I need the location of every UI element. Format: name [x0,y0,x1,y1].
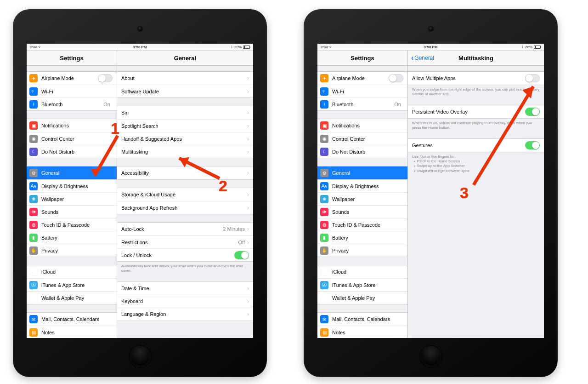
toggle-switch[interactable] [525,108,540,116]
sidebar-item-label: Bluetooth [332,102,394,107]
sidebar-item-label: Notes [41,330,113,335]
multitask-row-gestures[interactable]: Gestures [408,139,544,152]
settings-sidebar[interactable]: ✈Airplane ModeᯤWi-FiᚼBluetoothOn▣Notific… [317,66,408,338]
sidebar-item-bluetooth[interactable]: ᚼBluetoothOn [27,97,117,110]
sidebar-item-bluetooth[interactable]: ᚼBluetoothOn [317,97,407,110]
app-icon: ✋ [320,246,328,255]
chevron-right-icon: › [247,75,249,81]
sidebar-item-wallpaper[interactable]: ❀Wallpaper [27,192,117,205]
sidebar-item-mail-contacts-calendars[interactable]: ✉Mail, Contacts, Calendars [317,313,407,326]
sidebar-item-sounds[interactable]: 🕪Sounds [27,205,117,218]
footer-text: Use four or five fingers to:Pinch to the… [408,152,544,174]
sidebar-item-control-center[interactable]: ◉Control Center [27,132,117,145]
chevron-right-icon: › [247,205,249,211]
sidebar-item-display-brightness[interactable]: AᴀDisplay & Brightness [317,179,407,192]
general-row-keyboard[interactable]: Keyboard› [117,295,253,308]
sidebar-item-privacy[interactable]: ✋Privacy [317,244,407,257]
sidebar-item-sounds[interactable]: 🕪Sounds [317,205,407,218]
general-row-multitasking[interactable]: Multitasking› [117,145,253,158]
toggle-switch[interactable] [525,141,540,149]
general-row-language-region[interactable]: Language & Region› [117,308,253,321]
ipad-device-right: iPad ᯤ 3:58 PM ᚼ 20% Settings ‹ General … [304,9,558,377]
sidebar-item-airplane-mode[interactable]: ✈Airplane Mode [317,72,407,85]
general-row-software-update[interactable]: Software Update› [117,85,253,97]
sidebar-item-itunes-app-store[interactable]: ⒶiTunes & App Store [317,278,407,291]
sidebar-item-do-not-disturb[interactable]: ☾Do Not Disturb [27,145,117,158]
sidebar-item-label: Wallet & Apple Pay [41,295,113,301]
general-row-background-app-refresh[interactable]: Background App Refresh› [117,201,253,214]
row-label: Multitasking [121,149,247,155]
general-row-siri[interactable]: Siri› [117,106,253,119]
sidebar-item-notes[interactable]: ▤Notes [27,326,117,338]
toggle-switch[interactable] [389,74,403,82]
back-button[interactable]: ‹ General [411,54,434,62]
sidebar-item-label: General [41,170,113,176]
sidebar-item-icloud[interactable]: ☁iCloud [27,265,117,278]
row-label: Storage & iCloud Usage [121,192,247,197]
row-label: About [121,75,247,81]
general-row-about[interactable]: About› [117,72,253,85]
sidebar-item-icloud[interactable]: ☁iCloud [317,265,407,278]
general-row-auto-lock[interactable]: Auto-Lock2 Minutes› [117,223,253,235]
general-row-spotlight-search[interactable]: Spotlight Search› [117,119,253,132]
multitasking-pane[interactable]: Allow Multiple AppsWhen you swipe from t… [408,66,544,338]
toggle-switch[interactable] [98,74,113,82]
chevron-right-icon: › [247,239,249,246]
chevron-right-icon: › [247,88,249,95]
general-row-lock-unlock[interactable]: Lock / Unlock [117,248,253,261]
sidebar-item-general[interactable]: ⚙General [317,166,407,179]
app-icon: ✉ [320,315,328,323]
multitask-row-allow-multiple-apps[interactable]: Allow Multiple Apps [408,72,544,85]
sidebar-item-value: On [394,102,401,107]
sidebar-item-label: Wallpaper [41,196,113,202]
sidebar-item-label: iTunes & App Store [332,282,403,288]
sidebar-item-touch-id-passcode[interactable]: ◍Touch ID & Passcode [27,218,117,231]
bluetooth-icon: ᚼ [521,45,524,49]
sidebar-item-wi-fi[interactable]: ᯤWi-Fi [317,85,407,97]
toggle-switch[interactable] [234,251,249,259]
sidebar-item-battery[interactable]: ▮Battery [317,231,407,244]
general-row-date-time[interactable]: Date & Time› [117,282,253,295]
general-row-handoff-suggested-apps[interactable]: Handoff & Suggested Apps› [117,132,253,145]
sidebar-item-airplane-mode[interactable]: ✈Airplane Mode [27,72,117,85]
sidebar-item-privacy[interactable]: ✋Privacy [27,244,117,257]
general-pane[interactable]: About›Software Update›Siri›Spotlight Sea… [117,66,253,338]
home-button[interactable] [420,346,441,367]
toggle-switch[interactable] [525,74,540,82]
sidebar-item-label: Touch ID & Passcode [332,222,403,228]
sidebar-item-control-center[interactable]: ◉Control Center [317,132,407,145]
sidebar-item-wallet-apple-pay[interactable]: ▭Wallet & Apple Pay [27,291,117,304]
app-icon: ◍ [29,221,38,229]
general-row-restrictions[interactable]: RestrictionsOff› [117,235,253,248]
sidebar-item-label: Notifications [41,123,113,128]
chevron-right-icon: › [247,191,249,198]
sidebar-item-touch-id-passcode[interactable]: ◍Touch ID & Passcode [317,218,407,231]
home-button[interactable] [130,346,151,367]
multitask-row-persistent-video-overlay[interactable]: Persistent Video Overlay [408,105,544,118]
sidebar-item-mail-contacts-calendars[interactable]: ✉Mail, Contacts, Calendars [27,313,117,326]
sidebar-item-battery[interactable]: ▮Battery [27,231,117,244]
chevron-right-icon: › [247,109,249,116]
sidebar-item-do-not-disturb[interactable]: ☾Do Not Disturb [317,145,407,158]
app-icon: ◉ [29,135,38,143]
sidebar-item-value: On [103,102,110,107]
general-row-storage-icloud-usage[interactable]: Storage & iCloud Usage› [117,188,253,201]
sidebar-item-general[interactable]: ⚙General [27,166,117,179]
chevron-right-icon: › [247,149,249,155]
sidebar-item-itunes-app-store[interactable]: ⒶiTunes & App Store [27,278,117,291]
sidebar-item-wallet-apple-pay[interactable]: ▭Wallet & Apple Pay [317,291,407,304]
sidebar-item-display-brightness[interactable]: AᴀDisplay & Brightness [27,179,117,192]
nav-right-title: General [117,51,253,65]
sidebar-item-wallpaper[interactable]: ❀Wallpaper [317,192,407,205]
sidebar-item-notifications[interactable]: ▣Notifications [317,119,407,132]
row-label: Siri [121,110,247,115]
general-row-accessibility[interactable]: Accessibility› [117,166,253,179]
settings-sidebar[interactable]: ✈Airplane ModeᯤWi-FiᚼBluetoothOn▣Notific… [27,66,117,338]
app-icon: ᚼ [320,100,328,109]
app-icon: ◍ [320,221,328,229]
sidebar-item-label: Control Center [332,136,403,142]
sidebar-item-label: Display & Brightness [332,183,403,189]
sidebar-item-notes[interactable]: ▤Notes [317,326,407,338]
sidebar-item-notifications[interactable]: ▣Notifications [27,119,117,132]
sidebar-item-wi-fi[interactable]: ᯤWi-Fi [27,85,117,97]
